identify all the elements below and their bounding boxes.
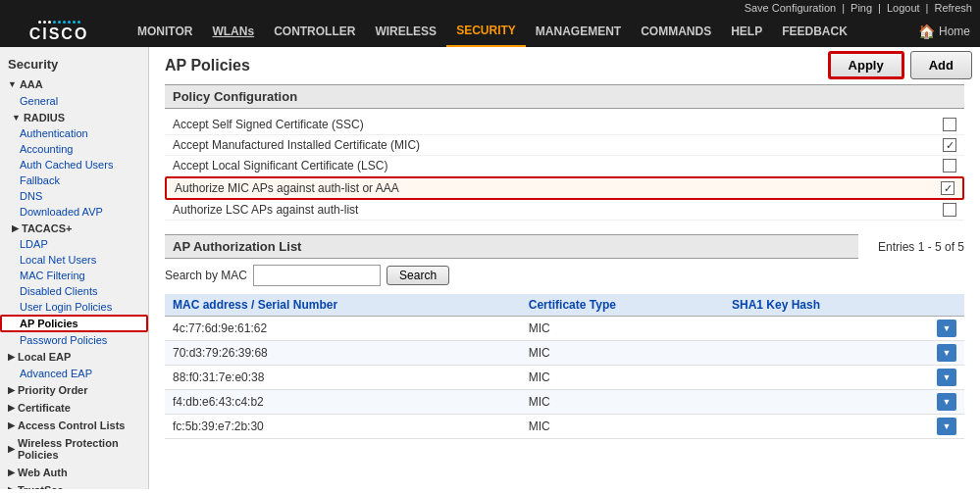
logo-dot (58, 21, 61, 24)
nav-wlans[interactable]: WLANs (202, 17, 264, 46)
sidebar-group-wireless-protection[interactable]: ▶ Wireless Protection Policies (0, 434, 148, 464)
local-eap-expand-icon: ▶ (8, 352, 15, 362)
row-action-button[interactable] (937, 418, 956, 435)
cell-action (929, 415, 964, 439)
sidebar-item-downloaded-avp[interactable]: Downloaded AVP (0, 204, 148, 220)
cell-cert-type: MIC (521, 341, 724, 366)
sidebar-item-authentication[interactable]: Authentication (0, 125, 148, 141)
table-row: 70:d3:79:26:39:68 MIC (165, 341, 964, 366)
priority-order-expand-icon: ▶ (8, 385, 15, 395)
policy-label-ssc: Accept Self Signed Certificate (SSC) (173, 118, 943, 131)
sidebar-title: Security (0, 51, 148, 75)
sidebar-item-mac-filtering[interactable]: MAC Filtering (0, 268, 148, 283)
nav-security[interactable]: SECURITY (446, 16, 526, 47)
row-action-button[interactable] (937, 393, 956, 411)
add-button[interactable]: Add (910, 51, 972, 79)
nav-monitor[interactable]: MONITOR (128, 17, 202, 46)
policy-row-lsc: Accept Local Significant Certificate (LS… (165, 156, 964, 176)
table-row: fc:5b:39:e7:2b:30 MIC (165, 415, 964, 439)
sidebar-group-local-eap[interactable]: ▶ Local EAP (0, 348, 148, 366)
nav: MONITOR WLANs CONTROLLER WIRELESS SECURI… (118, 16, 980, 47)
sidebar-item-advanced-eap[interactable]: Advanced EAP (0, 366, 148, 381)
cell-mac: fc:5b:39:e7:2b:30 (165, 415, 521, 439)
nav-commands[interactable]: COMMANDS (631, 17, 721, 46)
logout-link[interactable]: Logout (887, 2, 920, 14)
cell-mac: 88:f0:31:7e:e0:38 (165, 366, 521, 390)
nav-feedback[interactable]: FEEDBACK (772, 17, 857, 46)
apply-button[interactable]: Apply (828, 51, 904, 79)
main-layout: Security ▼ AAA General ▼ RADIUS Authenti… (0, 47, 980, 489)
policy-row-auth-lsc: Authorize LSC APs against auth-list (165, 200, 964, 221)
sidebar-group-web-auth[interactable]: ▶ Web Auth (0, 464, 148, 481)
sidebar-item-user-login-policies[interactable]: User Login Policies (0, 299, 148, 315)
row-action-button[interactable] (937, 344, 956, 362)
policy-check-auth-mic[interactable] (941, 181, 954, 195)
aaa-expand-icon: ▼ (8, 79, 17, 89)
home-button[interactable]: 🏠 Home (918, 24, 970, 39)
cell-cert-type: MIC (521, 415, 724, 439)
sidebar-group-aaa[interactable]: ▼ AAA (0, 75, 148, 93)
sidebar-item-general[interactable]: General (0, 93, 148, 109)
home-label: Home (939, 25, 970, 38)
tacacs-expand-icon: ▶ (12, 223, 19, 233)
save-config-link[interactable]: Save Configuration (745, 2, 837, 14)
refresh-link[interactable]: Refresh (934, 2, 972, 14)
sidebar-group-radius[interactable]: ▼ RADIUS (0, 109, 148, 125)
policy-label-auth-lsc: Authorize LSC APs against auth-list (173, 203, 943, 217)
nav-help[interactable]: HELP (721, 17, 772, 46)
sidebar-item-accounting[interactable]: Accounting (0, 141, 148, 157)
topbar: Save Configuration | Ping | Logout | Ref… (0, 0, 980, 16)
ping-link[interactable]: Ping (851, 2, 872, 14)
priority-order-label: Priority Order (18, 384, 88, 396)
cell-sha1 (724, 341, 929, 366)
sidebar: Security ▼ AAA General ▼ RADIUS Authenti… (0, 47, 149, 489)
policy-label-auth-mic: Authorize MIC APs against auth-list or A… (175, 181, 941, 195)
sidebar-item-disabled-clients[interactable]: Disabled Clients (0, 283, 148, 299)
cell-action (929, 341, 964, 366)
radius-expand-icon: ▼ (12, 113, 21, 123)
row-action-button[interactable] (937, 369, 956, 386)
sidebar-group-priority-order[interactable]: ▶ Priority Order (0, 381, 148, 399)
web-auth-label: Web Auth (18, 467, 68, 478)
sidebar-item-auth-cached-users[interactable]: Auth Cached Users (0, 157, 148, 173)
search-bar: Search by MAC Search (165, 265, 964, 286)
sidebar-item-password-policies[interactable]: Password Policies (0, 332, 148, 348)
entries-count: Entries 1 - 5 of 5 (878, 240, 964, 254)
sidebar-group-trustsec[interactable]: ▶ TrustSec (0, 481, 148, 489)
sidebar-group-tacacs[interactable]: ▶ TACACS+ (0, 220, 148, 236)
col-mac[interactable]: MAC address / Serial Number (165, 294, 521, 317)
row-action-button[interactable] (937, 320, 956, 337)
nav-management[interactable]: MANAGEMENT (526, 17, 631, 46)
sidebar-item-ldap[interactable]: LDAP (0, 236, 148, 252)
logo-dot (43, 21, 46, 24)
cell-action (929, 366, 964, 390)
policy-check-auth-lsc[interactable] (943, 203, 956, 217)
sidebar-item-local-net-users[interactable]: Local Net Users (0, 252, 148, 268)
logo-dot (77, 21, 80, 24)
nav-wireless[interactable]: WIRELESS (365, 17, 446, 46)
cell-mac: 4c:77:6d:9e:61:62 (165, 317, 521, 341)
sidebar-item-dns[interactable]: DNS (0, 188, 148, 204)
col-sha1[interactable]: SHA1 Key Hash (724, 294, 929, 317)
policy-check-mic[interactable] (943, 138, 956, 152)
trustsec-label: TrustSec (18, 484, 63, 489)
sidebar-group-certificate[interactable]: ▶ Certificate (0, 399, 148, 417)
nav-controller[interactable]: CONTROLLER (264, 17, 365, 46)
cell-sha1 (724, 366, 929, 390)
col-actions (929, 294, 964, 317)
acl-expand-icon: ▶ (8, 420, 15, 430)
logo-dot (53, 21, 56, 24)
certificate-label: Certificate (18, 402, 71, 414)
sidebar-item-fallback[interactable]: Fallback (0, 173, 148, 188)
search-button[interactable]: Search (387, 266, 449, 285)
sidebar-group-acl[interactable]: ▶ Access Control Lists (0, 417, 148, 434)
cell-cert-type: MIC (521, 317, 724, 341)
cell-cert-type: MIC (521, 390, 724, 415)
cell-mac: f4:db:e6:43:c4:b2 (165, 390, 521, 415)
search-input[interactable] (253, 265, 381, 286)
policy-check-ssc[interactable] (943, 118, 956, 131)
sidebar-item-ap-policies[interactable]: AP Policies (0, 315, 148, 332)
policy-label-mic: Accept Manufactured Installed Certificat… (173, 138, 943, 152)
policy-check-lsc[interactable] (943, 159, 956, 173)
col-cert-type[interactable]: Certificate Type (521, 294, 724, 317)
